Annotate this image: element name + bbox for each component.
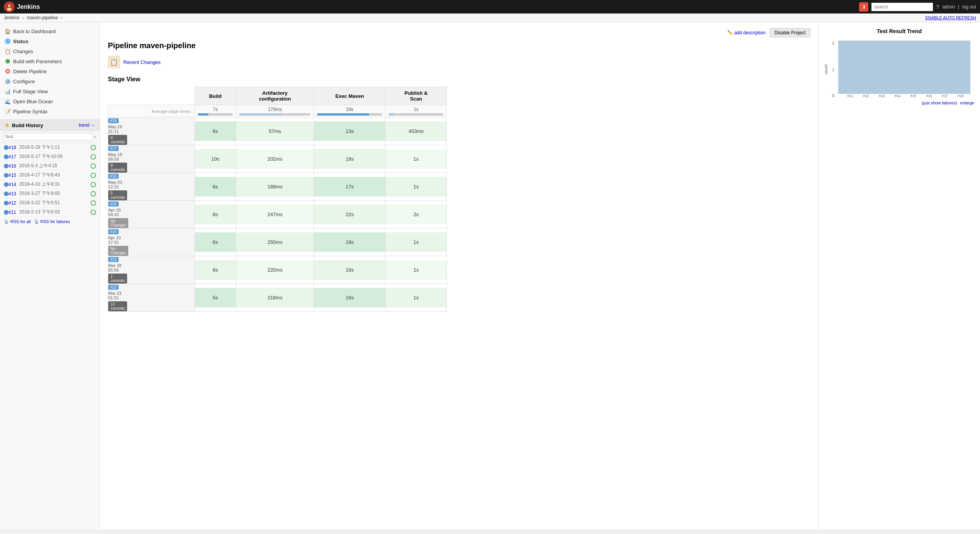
build-badge[interactable]: #13 <box>108 257 119 262</box>
build-num-link[interactable]: #11 <box>8 210 16 215</box>
stage-cell-exec-maven: 13s <box>314 118 386 145</box>
rss-all-icon: 📡 <box>4 219 9 224</box>
rss-links: 📡 RSS for all 📡 RSS for failures <box>0 217 100 227</box>
trend-link[interactable]: trend → <box>79 123 95 128</box>
search-input[interactable] <box>871 3 933 11</box>
build-badge[interactable]: #14 <box>108 229 119 234</box>
add-description-link[interactable]: ✏️ add description <box>727 28 765 37</box>
breadcrumb-pipeline[interactable]: maven-pipeline <box>27 15 58 20</box>
disable-project-button[interactable]: Disable Project <box>769 28 811 37</box>
build-status-dot <box>4 182 8 187</box>
build-date: 2018-3-27 下午9:05 <box>19 190 89 197</box>
svg-text:1: 1 <box>832 68 834 72</box>
stage-cell-artifactory: 202ms <box>236 145 314 173</box>
breadcrumb-home[interactable]: Jenkins <box>4 15 20 20</box>
avg-times-row: Average stage times: 7s 179ms 18s 1s <box>108 105 447 118</box>
build-badge[interactable]: #17 <box>108 146 119 151</box>
empty-header <box>108 87 195 105</box>
sidebar-item-delete-pipeline[interactable]: Delete Pipeline <box>0 66 100 76</box>
build-info-cell: #16 May 0312:15 5commits <box>108 173 195 201</box>
stage-cell-build: 10s <box>195 145 236 173</box>
user-links: admin | log out <box>942 4 976 10</box>
build-badge[interactable]: #16 <box>108 174 119 179</box>
commits-button[interactable]: 13commits <box>108 301 127 311</box>
build-num-link[interactable]: #14 <box>8 182 16 187</box>
build-status-dot <box>4 191 8 196</box>
build-list-item: #16 2018-5-3 上午4:15 <box>0 161 100 171</box>
stage-cell-artifactory: 250ms <box>236 228 314 256</box>
trend-links: (just show failures) enlarge <box>824 101 974 105</box>
commits-button[interactable]: 9commits <box>108 163 127 173</box>
table-row: #18 May 2921:11 4commits 6s 57ms 13s 453… <box>108 118 447 145</box>
build-num-link[interactable]: #17 <box>8 154 16 160</box>
build-badge[interactable]: #12 <box>108 285 119 290</box>
sidebar-item-open-blue-ocean[interactable]: 🌊 Open Blue Ocean <box>0 96 100 106</box>
commits-button[interactable]: 1commits <box>108 274 127 284</box>
sidebar-item-configure[interactable]: ⚙️ Configure <box>0 76 100 86</box>
notification-badge[interactable]: 3 <box>859 2 868 12</box>
stage-cell-publish-scan: 453ms <box>386 118 447 145</box>
col-build: Build <box>195 87 236 105</box>
help-icon[interactable]: ? <box>936 4 939 10</box>
find-input[interactable] <box>3 133 93 141</box>
sidebar-item-build-with-parameters[interactable]: Build with Parameters <box>0 56 100 66</box>
trend-arrow-icon: → <box>91 123 95 128</box>
main-layout: 🏠 Back to Dashboard Status 📋 Changes Bui… <box>0 22 980 529</box>
build-num-link[interactable]: #13 <box>8 191 16 196</box>
table-row: #13 Mar 2805:05 1commits 8s 220ms 18s 1s <box>108 256 447 284</box>
just-show-failures-link[interactable]: (just show failures) <box>922 101 957 105</box>
trend-chart-title: Test Result Trend <box>824 28 974 34</box>
sidebar-item-status[interactable]: Status <box>0 36 100 46</box>
build-num-link[interactable]: #15 <box>8 173 16 178</box>
build-date-time: Mar 2805:05 <box>108 263 195 272</box>
build-date-time: Apr 1017:31 <box>108 235 195 245</box>
stage-cell-publish-scan: 1s <box>386 228 447 256</box>
recent-changes-section: 📋 Recent Changes <box>108 56 811 68</box>
enlarge-link[interactable]: enlarge <box>960 101 974 105</box>
svg-rect-13 <box>838 40 970 94</box>
rss-failures-icon: 📡 <box>34 219 39 224</box>
build-badge[interactable]: #15 <box>108 202 119 207</box>
app-logo: Jenkins <box>4 2 40 12</box>
avg-label: Average stage times: <box>108 105 195 118</box>
stage-cell-artifactory: 189ms <box>236 173 314 201</box>
stage-table: Build Artifactory configuration Exec Mav… <box>108 87 447 312</box>
build-date: 2018-5-29 下午1:11 <box>19 144 89 151</box>
no-changes-indicator: NoChanges <box>108 246 128 256</box>
build-success-indicator <box>91 173 96 178</box>
star-icon: ★ <box>5 122 10 128</box>
sidebar-item-changes[interactable]: 📋 Changes <box>0 46 100 56</box>
build-num-link[interactable]: #16 <box>8 163 16 169</box>
recent-changes-icon: 📋 <box>108 56 120 68</box>
svg-text:#18: #18 <box>958 94 963 98</box>
status-icon <box>5 38 11 44</box>
rss-all-link[interactable]: 📡 RSS for all <box>4 219 31 224</box>
commits-button[interactable]: 4commits <box>108 135 127 145</box>
sidebar-item-back-to-dashboard[interactable]: 🏠 Back to Dashboard <box>0 26 100 36</box>
build-num-link[interactable]: #18 <box>8 145 16 150</box>
jenkins-logo-icon <box>4 2 15 12</box>
admin-link[interactable]: admin <box>942 4 955 10</box>
build-status-dot <box>4 173 8 178</box>
build-date: 2018-3-22 下午5:51 <box>19 200 89 206</box>
stage-cell-exec-maven: 16s <box>314 284 386 312</box>
build-num-link[interactable]: #12 <box>8 200 16 206</box>
svg-point-5 <box>5 59 10 64</box>
stage-cell-build: 8s <box>195 256 236 284</box>
build-badge[interactable]: #18 <box>108 118 119 123</box>
build-date-time: Mar 2301:51 <box>108 291 195 300</box>
commits-button[interactable]: 5commits <box>108 190 127 200</box>
recent-changes-link[interactable]: Recent Changes <box>123 59 161 65</box>
svg-text:#17: #17 <box>942 94 948 98</box>
build-list-item: #15 2018-4-17 下午8:43 <box>0 171 100 180</box>
stage-cell-publish-scan: 1s <box>386 284 447 312</box>
auto-refresh-link[interactable]: ENABLE AUTO REFRESH <box>925 15 976 20</box>
find-clear-button[interactable]: × <box>94 134 97 140</box>
rss-failures-link[interactable]: 📡 RSS for failures <box>34 219 70 224</box>
logout-link[interactable]: log out <box>962 4 976 10</box>
build-date-time: Apr 1804:43 <box>108 208 195 217</box>
sidebar-item-pipeline-syntax[interactable]: 📝 Pipeline Syntax <box>0 106 100 116</box>
sidebar-item-full-stage-view[interactable]: 📊 Full Stage View <box>0 86 100 96</box>
build-status-dot <box>4 164 8 168</box>
build-info-cell: #17 May 1806:09 9commits <box>108 145 195 173</box>
